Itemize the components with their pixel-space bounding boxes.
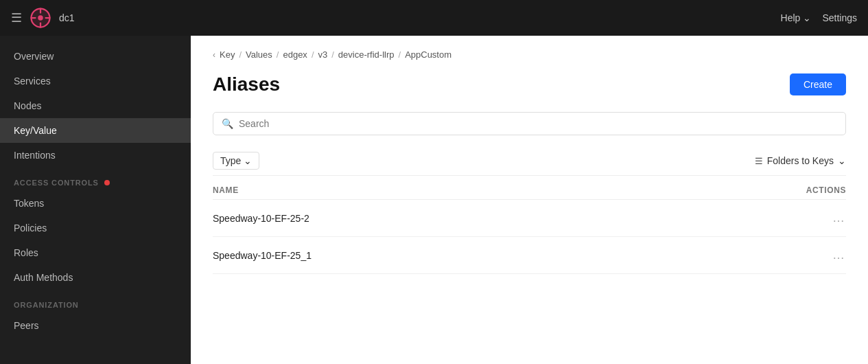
sidebar-item-tokens[interactable]: Tokens <box>0 191 191 216</box>
search-input[interactable] <box>239 118 837 129</box>
table-row: Speedway-10-EF-25_1 … <box>213 237 846 274</box>
row-actions-menu[interactable]: … <box>832 211 846 225</box>
sidebar-item-intentions[interactable]: Intentions <box>0 143 191 168</box>
chevron-down-icon: ⌄ <box>244 155 252 166</box>
topnav-left: ☰ dc1 <box>11 8 781 28</box>
main-content: ‹ Key / Values / edgex / v3 / device-rfi… <box>191 36 868 364</box>
consul-logo <box>30 8 51 28</box>
search-icon: 🔍 <box>222 118 233 129</box>
sidebar-item-policies[interactable]: Policies <box>0 216 191 240</box>
breadcrumb-v3[interactable]: v3 <box>318 49 328 60</box>
breadcrumb-appcustom[interactable]: AppCustom <box>405 49 451 60</box>
breadcrumb-values[interactable]: Values <box>246 49 272 60</box>
folders-to-keys-button[interactable]: ☰ Folders to Keys ⌄ <box>755 155 846 166</box>
sidebar-item-peers[interactable]: Peers <box>0 313 191 338</box>
column-name: Name <box>213 185 239 195</box>
hamburger-icon[interactable]: ☰ <box>11 10 22 25</box>
table-row: Speedway-10-EF-25-2 … <box>213 200 846 237</box>
row-name: Speedway-10-EF-25_1 <box>213 250 832 261</box>
column-actions: Actions <box>806 185 846 195</box>
sidebar-item-roles[interactable]: Roles <box>0 240 191 265</box>
access-controls-indicator <box>104 180 110 185</box>
back-icon[interactable]: ‹ <box>213 50 215 60</box>
row-name: Speedway-10-EF-25-2 <box>213 213 832 224</box>
organization-section-label: ORGANIZATION <box>0 290 191 313</box>
search-bar: 🔍 <box>213 112 846 135</box>
breadcrumb: ‹ Key / Values / edgex / v3 / device-rfi… <box>213 49 846 60</box>
filter-icon: ☰ <box>755 156 763 166</box>
create-button[interactable]: Create <box>790 73 846 95</box>
type-filter-button[interactable]: Type ⌄ <box>213 152 259 170</box>
sidebar-item-nodes[interactable]: Nodes <box>0 93 191 118</box>
sidebar-item-overview[interactable]: Overview <box>0 44 191 69</box>
sidebar-item-keyvalue[interactable]: Key/Value <box>0 118 191 143</box>
chevron-down-icon: ⌄ <box>803 12 811 23</box>
settings-button[interactable]: Settings <box>822 12 857 23</box>
topnav-right: Help ⌄ Settings <box>781 12 857 23</box>
main-layout: Overview Services Nodes Key/Value Intent… <box>0 36 868 364</box>
page-title: Aliases <box>213 73 280 95</box>
table-header: Name Actions <box>213 179 846 200</box>
access-controls-section-label: ACCESS CONTROLS <box>0 168 191 191</box>
breadcrumb-key[interactable]: Key <box>220 49 235 60</box>
page-header: Aliases Create <box>213 73 846 95</box>
row-actions-menu[interactable]: … <box>832 248 846 262</box>
toolbar: Type ⌄ ☰ Folders to Keys ⌄ <box>213 146 846 176</box>
sidebar: Overview Services Nodes Key/Value Intent… <box>0 36 191 364</box>
top-navigation: ☰ dc1 Help ⌄ Settings <box>0 0 868 36</box>
breadcrumb-edgex[interactable]: edgex <box>283 49 307 60</box>
help-button[interactable]: Help ⌄ <box>781 12 812 23</box>
svg-point-2 <box>38 15 43 21</box>
chevron-down-icon: ⌄ <box>838 155 846 166</box>
sidebar-item-auth-methods[interactable]: Auth Methods <box>0 265 191 290</box>
breadcrumb-device-rfid-llrp[interactable]: device-rfid-llrp <box>338 49 395 60</box>
dc-label: dc1 <box>59 12 75 23</box>
sidebar-item-services[interactable]: Services <box>0 69 191 93</box>
